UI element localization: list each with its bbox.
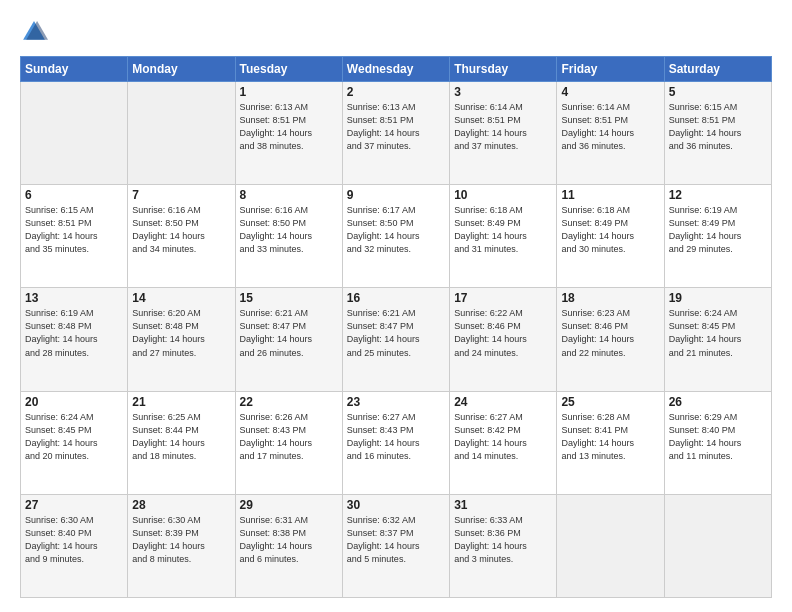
day-number: 21	[132, 395, 230, 409]
day-info: Sunrise: 6:29 AM Sunset: 8:40 PM Dayligh…	[669, 411, 767, 463]
calendar-week-row: 6Sunrise: 6:15 AM Sunset: 8:51 PM Daylig…	[21, 185, 772, 288]
logo-icon	[20, 18, 48, 46]
day-number: 22	[240, 395, 338, 409]
day-info: Sunrise: 6:18 AM Sunset: 8:49 PM Dayligh…	[561, 204, 659, 256]
calendar-day-cell: 23Sunrise: 6:27 AM Sunset: 8:43 PM Dayli…	[342, 391, 449, 494]
day-number: 14	[132, 291, 230, 305]
calendar-day-cell: 1Sunrise: 6:13 AM Sunset: 8:51 PM Daylig…	[235, 82, 342, 185]
calendar-day-cell: 7Sunrise: 6:16 AM Sunset: 8:50 PM Daylig…	[128, 185, 235, 288]
day-info: Sunrise: 6:21 AM Sunset: 8:47 PM Dayligh…	[347, 307, 445, 359]
calendar-week-row: 1Sunrise: 6:13 AM Sunset: 8:51 PM Daylig…	[21, 82, 772, 185]
day-info: Sunrise: 6:16 AM Sunset: 8:50 PM Dayligh…	[240, 204, 338, 256]
calendar-day-cell: 3Sunrise: 6:14 AM Sunset: 8:51 PM Daylig…	[450, 82, 557, 185]
day-info: Sunrise: 6:33 AM Sunset: 8:36 PM Dayligh…	[454, 514, 552, 566]
day-number: 17	[454, 291, 552, 305]
day-info: Sunrise: 6:14 AM Sunset: 8:51 PM Dayligh…	[454, 101, 552, 153]
calendar-day-cell	[664, 494, 771, 597]
day-info: Sunrise: 6:19 AM Sunset: 8:48 PM Dayligh…	[25, 307, 123, 359]
calendar-day-cell: 24Sunrise: 6:27 AM Sunset: 8:42 PM Dayli…	[450, 391, 557, 494]
day-number: 13	[25, 291, 123, 305]
day-number: 16	[347, 291, 445, 305]
day-number: 31	[454, 498, 552, 512]
calendar-week-row: 13Sunrise: 6:19 AM Sunset: 8:48 PM Dayli…	[21, 288, 772, 391]
calendar-week-row: 20Sunrise: 6:24 AM Sunset: 8:45 PM Dayli…	[21, 391, 772, 494]
calendar-day-cell: 8Sunrise: 6:16 AM Sunset: 8:50 PM Daylig…	[235, 185, 342, 288]
day-info: Sunrise: 6:13 AM Sunset: 8:51 PM Dayligh…	[347, 101, 445, 153]
calendar-day-cell: 21Sunrise: 6:25 AM Sunset: 8:44 PM Dayli…	[128, 391, 235, 494]
calendar-day-cell: 2Sunrise: 6:13 AM Sunset: 8:51 PM Daylig…	[342, 82, 449, 185]
calendar-day-cell: 14Sunrise: 6:20 AM Sunset: 8:48 PM Dayli…	[128, 288, 235, 391]
day-number: 11	[561, 188, 659, 202]
calendar-day-cell: 6Sunrise: 6:15 AM Sunset: 8:51 PM Daylig…	[21, 185, 128, 288]
day-info: Sunrise: 6:22 AM Sunset: 8:46 PM Dayligh…	[454, 307, 552, 359]
day-number: 26	[669, 395, 767, 409]
calendar-day-cell: 4Sunrise: 6:14 AM Sunset: 8:51 PM Daylig…	[557, 82, 664, 185]
weekday-header-cell: Sunday	[21, 57, 128, 82]
day-number: 10	[454, 188, 552, 202]
weekday-header-cell: Friday	[557, 57, 664, 82]
day-number: 18	[561, 291, 659, 305]
day-info: Sunrise: 6:24 AM Sunset: 8:45 PM Dayligh…	[25, 411, 123, 463]
weekday-header-cell: Thursday	[450, 57, 557, 82]
day-info: Sunrise: 6:28 AM Sunset: 8:41 PM Dayligh…	[561, 411, 659, 463]
calendar-day-cell: 22Sunrise: 6:26 AM Sunset: 8:43 PM Dayli…	[235, 391, 342, 494]
day-info: Sunrise: 6:14 AM Sunset: 8:51 PM Dayligh…	[561, 101, 659, 153]
day-info: Sunrise: 6:18 AM Sunset: 8:49 PM Dayligh…	[454, 204, 552, 256]
day-number: 9	[347, 188, 445, 202]
calendar-day-cell	[21, 82, 128, 185]
weekday-header-cell: Tuesday	[235, 57, 342, 82]
logo	[20, 18, 52, 46]
calendar-day-cell	[557, 494, 664, 597]
calendar-day-cell: 17Sunrise: 6:22 AM Sunset: 8:46 PM Dayli…	[450, 288, 557, 391]
weekday-header-row: SundayMondayTuesdayWednesdayThursdayFrid…	[21, 57, 772, 82]
day-number: 25	[561, 395, 659, 409]
day-info: Sunrise: 6:15 AM Sunset: 8:51 PM Dayligh…	[669, 101, 767, 153]
calendar-day-cell: 15Sunrise: 6:21 AM Sunset: 8:47 PM Dayli…	[235, 288, 342, 391]
calendar-day-cell: 5Sunrise: 6:15 AM Sunset: 8:51 PM Daylig…	[664, 82, 771, 185]
day-info: Sunrise: 6:23 AM Sunset: 8:46 PM Dayligh…	[561, 307, 659, 359]
day-info: Sunrise: 6:15 AM Sunset: 8:51 PM Dayligh…	[25, 204, 123, 256]
day-number: 27	[25, 498, 123, 512]
day-info: Sunrise: 6:32 AM Sunset: 8:37 PM Dayligh…	[347, 514, 445, 566]
calendar-day-cell: 18Sunrise: 6:23 AM Sunset: 8:46 PM Dayli…	[557, 288, 664, 391]
day-info: Sunrise: 6:24 AM Sunset: 8:45 PM Dayligh…	[669, 307, 767, 359]
calendar-day-cell: 12Sunrise: 6:19 AM Sunset: 8:49 PM Dayli…	[664, 185, 771, 288]
calendar-day-cell: 11Sunrise: 6:18 AM Sunset: 8:49 PM Dayli…	[557, 185, 664, 288]
day-number: 2	[347, 85, 445, 99]
calendar-day-cell: 16Sunrise: 6:21 AM Sunset: 8:47 PM Dayli…	[342, 288, 449, 391]
day-number: 23	[347, 395, 445, 409]
day-number: 7	[132, 188, 230, 202]
day-number: 8	[240, 188, 338, 202]
calendar-day-cell: 27Sunrise: 6:30 AM Sunset: 8:40 PM Dayli…	[21, 494, 128, 597]
day-info: Sunrise: 6:19 AM Sunset: 8:49 PM Dayligh…	[669, 204, 767, 256]
header	[20, 18, 772, 46]
day-info: Sunrise: 6:30 AM Sunset: 8:39 PM Dayligh…	[132, 514, 230, 566]
calendar-day-cell: 19Sunrise: 6:24 AM Sunset: 8:45 PM Dayli…	[664, 288, 771, 391]
calendar-table: SundayMondayTuesdayWednesdayThursdayFrid…	[20, 56, 772, 598]
day-info: Sunrise: 6:13 AM Sunset: 8:51 PM Dayligh…	[240, 101, 338, 153]
calendar-day-cell: 25Sunrise: 6:28 AM Sunset: 8:41 PM Dayli…	[557, 391, 664, 494]
day-number: 6	[25, 188, 123, 202]
day-number: 29	[240, 498, 338, 512]
calendar-body: 1Sunrise: 6:13 AM Sunset: 8:51 PM Daylig…	[21, 82, 772, 598]
calendar-day-cell: 9Sunrise: 6:17 AM Sunset: 8:50 PM Daylig…	[342, 185, 449, 288]
day-info: Sunrise: 6:21 AM Sunset: 8:47 PM Dayligh…	[240, 307, 338, 359]
calendar-day-cell: 28Sunrise: 6:30 AM Sunset: 8:39 PM Dayli…	[128, 494, 235, 597]
day-number: 30	[347, 498, 445, 512]
day-number: 12	[669, 188, 767, 202]
calendar-day-cell: 29Sunrise: 6:31 AM Sunset: 8:38 PM Dayli…	[235, 494, 342, 597]
calendar-day-cell: 30Sunrise: 6:32 AM Sunset: 8:37 PM Dayli…	[342, 494, 449, 597]
weekday-header-cell: Monday	[128, 57, 235, 82]
day-info: Sunrise: 6:27 AM Sunset: 8:43 PM Dayligh…	[347, 411, 445, 463]
day-number: 4	[561, 85, 659, 99]
day-number: 15	[240, 291, 338, 305]
calendar-day-cell: 13Sunrise: 6:19 AM Sunset: 8:48 PM Dayli…	[21, 288, 128, 391]
day-info: Sunrise: 6:17 AM Sunset: 8:50 PM Dayligh…	[347, 204, 445, 256]
day-number: 1	[240, 85, 338, 99]
day-info: Sunrise: 6:25 AM Sunset: 8:44 PM Dayligh…	[132, 411, 230, 463]
calendar-week-row: 27Sunrise: 6:30 AM Sunset: 8:40 PM Dayli…	[21, 494, 772, 597]
calendar-day-cell	[128, 82, 235, 185]
calendar-day-cell: 26Sunrise: 6:29 AM Sunset: 8:40 PM Dayli…	[664, 391, 771, 494]
day-number: 3	[454, 85, 552, 99]
day-info: Sunrise: 6:27 AM Sunset: 8:42 PM Dayligh…	[454, 411, 552, 463]
